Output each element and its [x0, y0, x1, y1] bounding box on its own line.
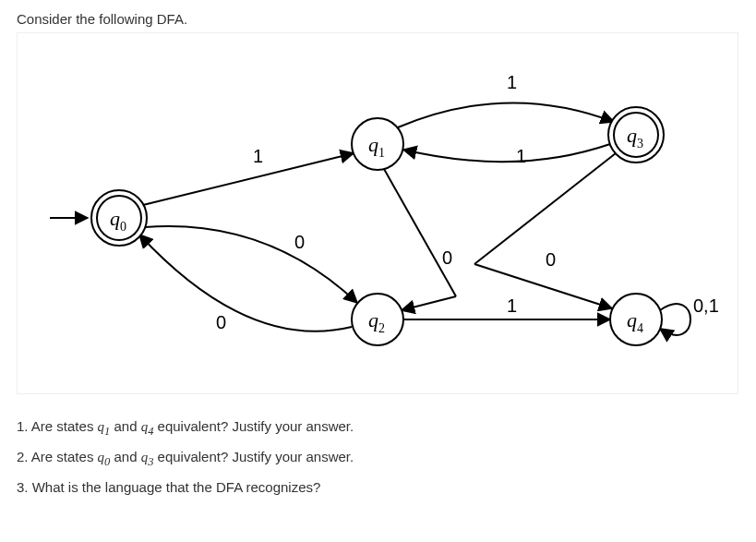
edge-q1-q2-seg2	[402, 296, 456, 310]
edge-q1-q3-label: 1	[507, 72, 517, 92]
edge-q0-q1	[143, 153, 354, 205]
q2-sym1: q0	[98, 450, 111, 464]
edge-q1-q3	[398, 102, 614, 127]
q1-part-b: equivalent? Justify your answer.	[153, 418, 354, 434]
edge-q1-q2-seg1	[384, 169, 456, 296]
q1-sym2: q4	[141, 419, 154, 434]
edge-q4-loop	[660, 304, 690, 335]
dfa-diagram: 1 0 0 1 1 0 0 1 0,	[18, 33, 738, 393]
edge-q3-q1	[403, 144, 610, 162]
edge-q0-q2	[145, 226, 357, 303]
intro-text: Consider the following DFA.	[17, 11, 739, 27]
edge-q3-q4-seg1	[474, 153, 616, 264]
question-3: 3. What is the language that the DFA rec…	[17, 474, 739, 501]
q2-part-a: 2. Are states	[17, 449, 98, 464]
question-2: 2. Are states q0 and q3 equivalent? Just…	[17, 443, 739, 474]
edge-q0-q1-label: 1	[253, 146, 263, 166]
q2-sym2: q3	[141, 450, 154, 464]
edge-q2-q0	[139, 235, 352, 331]
edge-q4-loop-label: 0,1	[693, 295, 719, 316]
questions-list: 1. Are states q1 and q4 equivalent? Just…	[17, 413, 739, 501]
edge-q3-q4-label: 0	[546, 249, 556, 270]
page-root: Consider the following DFA. 1 0	[0, 0, 756, 512]
edge-q3-q4-seg2	[474, 264, 612, 308]
edge-q1-q2-label: 0	[442, 247, 452, 268]
edge-q2-q0-label: 0	[216, 312, 226, 332]
edge-q3-q1-label: 1	[516, 146, 526, 166]
edge-q0-q2-label: 0	[294, 232, 305, 252]
q2-mid: and	[110, 449, 140, 464]
question-1: 1. Are states q1 and q4 equivalent? Just…	[17, 413, 739, 443]
q1-part-a: 1. Are states	[17, 418, 98, 434]
q1-mid: and	[110, 418, 140, 434]
q2-part-b: equivalent? Justify your answer.	[153, 449, 354, 464]
dfa-diagram-box: 1 0 0 1 1 0 0 1 0,	[17, 32, 738, 394]
q1-sym1: q1	[98, 419, 111, 434]
edge-q2-q4-label: 1	[507, 295, 517, 316]
